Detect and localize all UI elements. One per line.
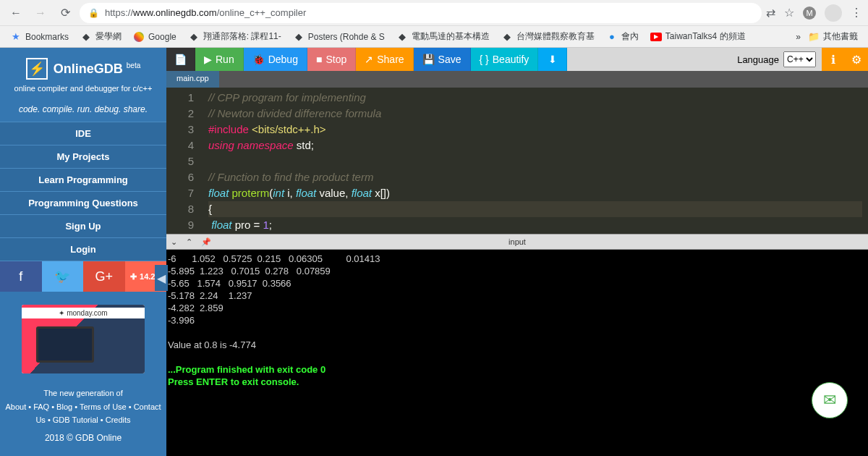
run-button[interactable]: ▶ Run — [195, 48, 244, 71]
browser-toolbar: ← → ⟳ 🔒 https://www.onlinegdb.com/online… — [0, 0, 868, 26]
sidebar-nav-item[interactable]: Sign Up — [0, 215, 166, 238]
tab-row: main.cpp — [166, 71, 868, 88]
sidebar-nav-item[interactable]: Learn Programming — [0, 169, 166, 192]
save-button[interactable]: 💾 Save — [414, 48, 471, 71]
new-file-button[interactable]: 📄 — [166, 48, 195, 71]
google-icon — [133, 31, 145, 43]
sidebar: ⚡ OnlineGDB beta online compiler and deb… — [0, 48, 166, 456]
address-bar[interactable]: 🔒 https://www.onlinegdb.com/online_c++_c… — [80, 3, 762, 23]
bookmarks-overflow[interactable]: » — [796, 32, 801, 42]
site-icon: ◆ — [293, 31, 305, 43]
bookmark-item[interactable]: Google — [129, 28, 181, 45]
bookmark-item[interactable]: ★Bookmarks — [6, 28, 73, 45]
ad-box[interactable]: ✦ monday.com — [22, 305, 145, 373]
bookmark-item[interactable]: ◆愛學網 — [76, 28, 126, 45]
sidebar-nav-item[interactable]: Programming Questions — [0, 192, 166, 215]
bookmarks-bar: ★Bookmarks◆愛學網Google◆翔通部落格: 課程11-◆Poster… — [0, 26, 868, 48]
site-icon: ◆ — [501, 31, 513, 43]
logo-text: OnlineGDB beta — [54, 62, 141, 77]
file-tab[interactable]: main.cpp — [166, 71, 219, 88]
footer-link[interactable]: About • FAQ • Blog • Terms of Use • Cont… — [5, 402, 161, 425]
translate-icon[interactable]: ⇄ — [766, 6, 775, 20]
line-gutter: 123456789 — [166, 88, 203, 234]
other-bookmarks-folder[interactable]: 📁 其他書籤 — [804, 28, 862, 45]
youtube-icon: ▶ — [650, 31, 662, 43]
site-icon: ◆ — [188, 31, 200, 43]
bookmark-item[interactable]: ●會內 — [602, 28, 643, 45]
collapse-sidebar-button[interactable]: ◀ — [155, 265, 168, 291]
bookmark-item[interactable]: ◆台灣媒體觀察教育基 — [497, 28, 599, 45]
reload-button[interactable]: ⟳ — [55, 3, 75, 23]
bookmark-item[interactable]: ◆翔通部落格: 課程11- — [184, 28, 286, 45]
menu-icon[interactable]: ⋮ — [851, 6, 862, 20]
logo-area: ⚡ OnlineGDB beta online compiler and deb… — [0, 48, 166, 97]
ad-label: ✦ monday.com — [22, 308, 145, 318]
panel-title: input — [509, 237, 526, 246]
site-icon: ◆ — [80, 31, 92, 43]
folder-icon: 📁 — [808, 31, 820, 43]
info-button[interactable]: ℹ — [822, 48, 845, 71]
social-row: f 🐦 G+ ✚ 14.2K — [0, 261, 166, 292]
debug-button[interactable]: 🐞 Debug — [244, 48, 307, 71]
bookmark-item[interactable]: ◆電動馬達的基本構造 — [392, 28, 494, 45]
logo-icon: ⚡ — [26, 58, 48, 80]
panel-pin-button[interactable]: 📌 — [197, 237, 216, 247]
twitter-button[interactable]: 🐦 — [42, 261, 84, 292]
settings-button[interactable]: ⚙ — [845, 48, 868, 71]
panel-collapse-button[interactable]: ⌄ — [166, 237, 182, 247]
toolbar: 📄 ▶ Run 🐞 Debug ■ Stop ↗ Share 💾 Save { … — [166, 48, 868, 71]
editor-area: 📄 ▶ Run 🐞 Debug ■ Stop ↗ Share 💾 Save { … — [166, 48, 868, 456]
bookmark-item[interactable]: ▶TaiwanTalks4 的頻道 — [646, 28, 750, 45]
url-text: https://www.onlinegdb.com/online_c++_com… — [105, 7, 306, 18]
download-button[interactable]: ⬇ — [538, 48, 567, 71]
bookmark-item[interactable]: ◆Posters (Rohde & S — [289, 28, 389, 45]
panel-expand-button[interactable]: ⌃ — [182, 237, 197, 247]
copyright: 2018 © GDB Online — [0, 433, 166, 449]
sidebar-nav-item[interactable]: My Projects — [0, 145, 166, 169]
googleplus-button[interactable]: G+ — [83, 261, 125, 292]
facebook-button[interactable]: f — [0, 261, 42, 292]
star-icon[interactable]: ☆ — [784, 6, 794, 20]
site-icon: ● — [606, 31, 618, 43]
sidebar-nav-item[interactable]: Login — [0, 238, 166, 261]
star-icon: ★ — [10, 31, 22, 43]
code-content[interactable]: // CPP program for implementing// Newton… — [203, 88, 868, 234]
forward-button[interactable]: → — [30, 3, 51, 23]
back-button[interactable]: ← — [6, 3, 26, 23]
panel-bar: ⌄ ⌃ 📌 input — [166, 234, 868, 250]
console-output[interactable]: -6 1.052 0.5725 0.215 0.06305 0.01413 -5… — [166, 250, 868, 456]
share-button[interactable]: ↗ Share — [356, 48, 413, 71]
language-selector: Language C++ — [731, 48, 822, 71]
sidebar-nav-item[interactable]: IDE — [0, 122, 166, 145]
chat-button[interactable]: ✉ — [812, 382, 848, 418]
code-editor[interactable]: 123456789 // CPP program for implementin… — [166, 88, 868, 234]
extension-icon[interactable]: M — [803, 7, 816, 20]
profile-avatar[interactable] — [825, 4, 842, 22]
lock-icon: 🔒 — [88, 8, 99, 18]
motto: code. compile. run. debug. share. — [0, 97, 166, 122]
language-dropdown[interactable]: C++ — [783, 51, 816, 67]
beautify-button[interactable]: { } Beautify — [471, 48, 539, 71]
tagline: online compiler and debugger for c/c++ — [7, 84, 159, 93]
stop-button[interactable]: ■ Stop — [307, 48, 356, 71]
site-icon: ◆ — [396, 31, 408, 43]
footer-links: The new generation of About • FAQ • Blog… — [0, 381, 166, 433]
